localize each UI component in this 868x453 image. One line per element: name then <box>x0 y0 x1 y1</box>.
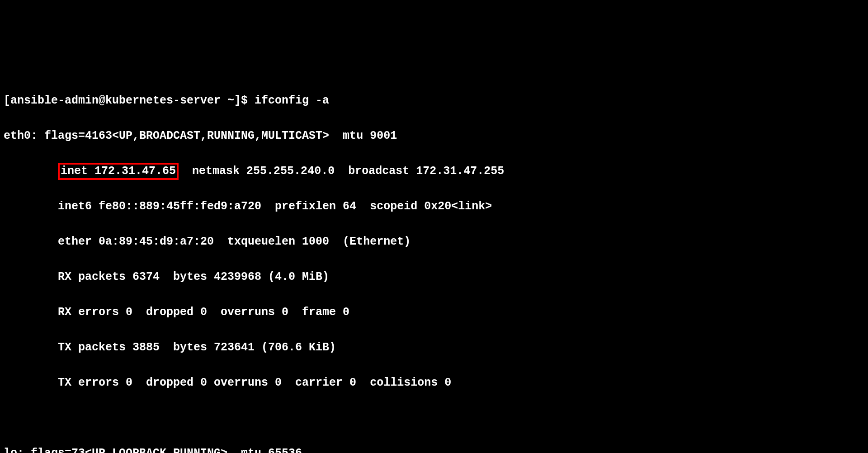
eth0-rx-errors: RX errors 0 dropped 0 overruns 0 frame 0 <box>4 303 864 321</box>
eth0-rx-packets: RX packets 6374 bytes 4239968 (4.0 MiB) <box>4 268 864 286</box>
eth0-tx-errors: TX errors 0 dropped 0 overruns 0 carrier… <box>4 374 864 392</box>
prompt-line-1[interactable]: [ansible-admin@kubernetes-server ~]$ ifc… <box>4 92 864 109</box>
lo-header: lo: flags=73<UP,LOOPBACK,RUNNING> mtu 65… <box>4 444 864 453</box>
eth0-tx-packets: TX packets 3885 bytes 723641 (706.6 KiB) <box>4 339 864 356</box>
eth0-inet6: inet6 fe80::889:45ff:fed9:a720 prefixlen… <box>4 198 864 215</box>
eth0-inet-line: inet 172.31.47.65 netmask 255.255.240.0 … <box>4 162 864 180</box>
terminal-output: [ansible-admin@kubernetes-server ~]$ ifc… <box>4 74 864 453</box>
command-text: ifconfig -a <box>255 94 329 107</box>
blank-line <box>4 409 864 427</box>
shell-prompt: [ansible-admin@kubernetes-server ~]$ <box>4 94 255 107</box>
eth0-ether: ether 0a:89:45:d9:a7:20 txqueuelen 1000 … <box>4 233 864 250</box>
eth0-header: eth0: flags=4163<UP,BROADCAST,RUNNING,MU… <box>4 127 864 145</box>
eth0-inet-rest: netmask 255.255.240.0 broadcast 172.31.4… <box>179 165 504 178</box>
eth0-inet-highlight: inet 172.31.47.65 <box>58 163 179 180</box>
